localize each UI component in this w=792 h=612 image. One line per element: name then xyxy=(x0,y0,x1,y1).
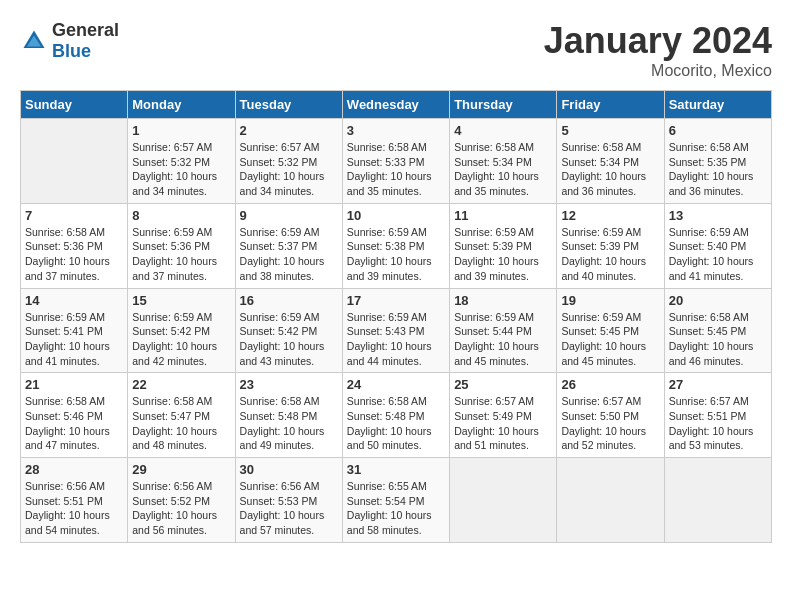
day-of-week-saturday: Saturday xyxy=(664,91,771,119)
calendar-cell: 8Sunrise: 6:59 AM Sunset: 5:36 PM Daylig… xyxy=(128,203,235,288)
logo: General Blue xyxy=(20,20,119,62)
calendar-cell: 18Sunrise: 6:59 AM Sunset: 5:44 PM Dayli… xyxy=(450,288,557,373)
day-number: 2 xyxy=(240,123,338,138)
day-info: Sunrise: 6:56 AM Sunset: 5:53 PM Dayligh… xyxy=(240,479,338,538)
day-of-week-wednesday: Wednesday xyxy=(342,91,449,119)
calendar-cell: 4Sunrise: 6:58 AM Sunset: 5:34 PM Daylig… xyxy=(450,119,557,204)
day-of-week-thursday: Thursday xyxy=(450,91,557,119)
day-info: Sunrise: 6:58 AM Sunset: 5:34 PM Dayligh… xyxy=(561,140,659,199)
logo-text-blue: Blue xyxy=(52,41,91,61)
calendar-cell xyxy=(21,119,128,204)
logo-text-general: General xyxy=(52,20,119,40)
day-info: Sunrise: 6:59 AM Sunset: 5:44 PM Dayligh… xyxy=(454,310,552,369)
day-info: Sunrise: 6:55 AM Sunset: 5:54 PM Dayligh… xyxy=(347,479,445,538)
day-info: Sunrise: 6:59 AM Sunset: 5:38 PM Dayligh… xyxy=(347,225,445,284)
day-of-week-sunday: Sunday xyxy=(21,91,128,119)
day-info: Sunrise: 6:59 AM Sunset: 5:39 PM Dayligh… xyxy=(454,225,552,284)
day-number: 4 xyxy=(454,123,552,138)
calendar-cell: 6Sunrise: 6:58 AM Sunset: 5:35 PM Daylig… xyxy=(664,119,771,204)
day-number: 24 xyxy=(347,377,445,392)
calendar-cell: 25Sunrise: 6:57 AM Sunset: 5:49 PM Dayli… xyxy=(450,373,557,458)
day-info: Sunrise: 6:58 AM Sunset: 5:48 PM Dayligh… xyxy=(240,394,338,453)
day-number: 21 xyxy=(25,377,123,392)
calendar-week-1: 7Sunrise: 6:58 AM Sunset: 5:36 PM Daylig… xyxy=(21,203,772,288)
day-info: Sunrise: 6:59 AM Sunset: 5:39 PM Dayligh… xyxy=(561,225,659,284)
day-number: 9 xyxy=(240,208,338,223)
location-title: Mocorito, Mexico xyxy=(544,62,772,80)
day-number: 17 xyxy=(347,293,445,308)
day-number: 19 xyxy=(561,293,659,308)
calendar-cell xyxy=(557,458,664,543)
calendar-cell: 19Sunrise: 6:59 AM Sunset: 5:45 PM Dayli… xyxy=(557,288,664,373)
day-of-week-tuesday: Tuesday xyxy=(235,91,342,119)
day-info: Sunrise: 6:58 AM Sunset: 5:45 PM Dayligh… xyxy=(669,310,767,369)
day-info: Sunrise: 6:59 AM Sunset: 5:41 PM Dayligh… xyxy=(25,310,123,369)
calendar-cell xyxy=(450,458,557,543)
day-info: Sunrise: 6:56 AM Sunset: 5:51 PM Dayligh… xyxy=(25,479,123,538)
day-info: Sunrise: 6:57 AM Sunset: 5:32 PM Dayligh… xyxy=(240,140,338,199)
calendar-cell: 1Sunrise: 6:57 AM Sunset: 5:32 PM Daylig… xyxy=(128,119,235,204)
page-header: General Blue January 2024 Mocorito, Mexi… xyxy=(20,20,772,80)
day-info: Sunrise: 6:58 AM Sunset: 5:33 PM Dayligh… xyxy=(347,140,445,199)
calendar-week-4: 28Sunrise: 6:56 AM Sunset: 5:51 PM Dayli… xyxy=(21,458,772,543)
calendar-cell: 21Sunrise: 6:58 AM Sunset: 5:46 PM Dayli… xyxy=(21,373,128,458)
calendar-cell: 3Sunrise: 6:58 AM Sunset: 5:33 PM Daylig… xyxy=(342,119,449,204)
calendar-cell: 7Sunrise: 6:58 AM Sunset: 5:36 PM Daylig… xyxy=(21,203,128,288)
logo-icon xyxy=(20,27,48,55)
day-info: Sunrise: 6:57 AM Sunset: 5:50 PM Dayligh… xyxy=(561,394,659,453)
day-info: Sunrise: 6:58 AM Sunset: 5:48 PM Dayligh… xyxy=(347,394,445,453)
day-number: 1 xyxy=(132,123,230,138)
day-number: 14 xyxy=(25,293,123,308)
month-title: January 2024 xyxy=(544,20,772,62)
day-info: Sunrise: 6:59 AM Sunset: 5:42 PM Dayligh… xyxy=(240,310,338,369)
calendar-table: SundayMondayTuesdayWednesdayThursdayFrid… xyxy=(20,90,772,543)
calendar-cell: 16Sunrise: 6:59 AM Sunset: 5:42 PM Dayli… xyxy=(235,288,342,373)
calendar-cell: 24Sunrise: 6:58 AM Sunset: 5:48 PM Dayli… xyxy=(342,373,449,458)
calendar-cell: 13Sunrise: 6:59 AM Sunset: 5:40 PM Dayli… xyxy=(664,203,771,288)
day-number: 30 xyxy=(240,462,338,477)
day-number: 25 xyxy=(454,377,552,392)
day-number: 23 xyxy=(240,377,338,392)
day-number: 15 xyxy=(132,293,230,308)
calendar-cell: 29Sunrise: 6:56 AM Sunset: 5:52 PM Dayli… xyxy=(128,458,235,543)
day-info: Sunrise: 6:58 AM Sunset: 5:36 PM Dayligh… xyxy=(25,225,123,284)
calendar-cell: 9Sunrise: 6:59 AM Sunset: 5:37 PM Daylig… xyxy=(235,203,342,288)
calendar-cell: 31Sunrise: 6:55 AM Sunset: 5:54 PM Dayli… xyxy=(342,458,449,543)
calendar-header: SundayMondayTuesdayWednesdayThursdayFrid… xyxy=(21,91,772,119)
calendar-cell: 17Sunrise: 6:59 AM Sunset: 5:43 PM Dayli… xyxy=(342,288,449,373)
day-number: 3 xyxy=(347,123,445,138)
day-of-week-friday: Friday xyxy=(557,91,664,119)
calendar-cell: 14Sunrise: 6:59 AM Sunset: 5:41 PM Dayli… xyxy=(21,288,128,373)
day-number: 29 xyxy=(132,462,230,477)
day-number: 12 xyxy=(561,208,659,223)
day-number: 7 xyxy=(25,208,123,223)
day-number: 18 xyxy=(454,293,552,308)
day-number: 27 xyxy=(669,377,767,392)
day-number: 10 xyxy=(347,208,445,223)
day-info: Sunrise: 6:59 AM Sunset: 5:42 PM Dayligh… xyxy=(132,310,230,369)
calendar-cell: 26Sunrise: 6:57 AM Sunset: 5:50 PM Dayli… xyxy=(557,373,664,458)
day-info: Sunrise: 6:59 AM Sunset: 5:40 PM Dayligh… xyxy=(669,225,767,284)
day-number: 11 xyxy=(454,208,552,223)
calendar-cell: 11Sunrise: 6:59 AM Sunset: 5:39 PM Dayli… xyxy=(450,203,557,288)
calendar-cell: 30Sunrise: 6:56 AM Sunset: 5:53 PM Dayli… xyxy=(235,458,342,543)
day-info: Sunrise: 6:58 AM Sunset: 5:47 PM Dayligh… xyxy=(132,394,230,453)
day-number: 8 xyxy=(132,208,230,223)
calendar-week-0: 1Sunrise: 6:57 AM Sunset: 5:32 PM Daylig… xyxy=(21,119,772,204)
day-number: 20 xyxy=(669,293,767,308)
day-number: 13 xyxy=(669,208,767,223)
day-number: 6 xyxy=(669,123,767,138)
day-info: Sunrise: 6:59 AM Sunset: 5:37 PM Dayligh… xyxy=(240,225,338,284)
calendar-body: 1Sunrise: 6:57 AM Sunset: 5:32 PM Daylig… xyxy=(21,119,772,543)
day-info: Sunrise: 6:59 AM Sunset: 5:36 PM Dayligh… xyxy=(132,225,230,284)
day-info: Sunrise: 6:59 AM Sunset: 5:43 PM Dayligh… xyxy=(347,310,445,369)
day-number: 5 xyxy=(561,123,659,138)
day-number: 22 xyxy=(132,377,230,392)
day-info: Sunrise: 6:56 AM Sunset: 5:52 PM Dayligh… xyxy=(132,479,230,538)
day-info: Sunrise: 6:57 AM Sunset: 5:32 PM Dayligh… xyxy=(132,140,230,199)
calendar-cell: 15Sunrise: 6:59 AM Sunset: 5:42 PM Dayli… xyxy=(128,288,235,373)
calendar-cell: 23Sunrise: 6:58 AM Sunset: 5:48 PM Dayli… xyxy=(235,373,342,458)
calendar-cell: 27Sunrise: 6:57 AM Sunset: 5:51 PM Dayli… xyxy=(664,373,771,458)
day-info: Sunrise: 6:58 AM Sunset: 5:35 PM Dayligh… xyxy=(669,140,767,199)
calendar-cell: 12Sunrise: 6:59 AM Sunset: 5:39 PM Dayli… xyxy=(557,203,664,288)
